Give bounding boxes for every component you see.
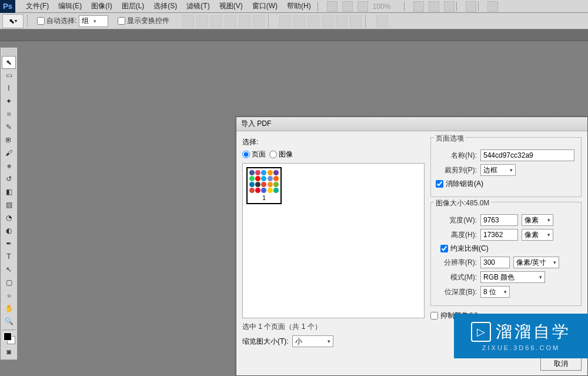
height-unit-dropdown[interactable]: 像素 [522,229,553,241]
align-hcenter-icon [239,15,250,27]
quick-mask-toggle[interactable]: ◙ [2,345,16,358]
color-swatches[interactable] [4,332,14,343]
radio-image-label: 图像 [279,149,293,159]
dialog-titlebar[interactable]: 导入 PDF [236,117,587,131]
crop-dropdown[interactable]: 边框 [480,164,516,176]
radio-image[interactable]: 图像 [269,149,293,159]
extras-icon[interactable] [487,1,498,12]
options-bar: ⬉▾ 自动选择: 组 显示变换控件 [0,13,588,29]
workspace-switcher-icon[interactable] [466,1,476,12]
depth-dropdown[interactable]: 8 位 [480,286,510,298]
select-legend: 选择: [242,138,258,146]
toolbox-grip[interactable] [2,49,16,55]
width-input[interactable] [480,214,518,226]
hand-tool[interactable]: ✋ [2,302,16,315]
gradient-tool[interactable]: ▤ [2,198,16,211]
name-label: 名称(N): [436,151,477,161]
watermark-banner: ▷ 溜溜自学 ZIXUE.3D66.COM [454,314,588,358]
screen-mode-icon[interactable] [358,1,368,12]
auto-select-checkbox[interactable] [37,17,45,25]
pen-tool[interactable]: ✒ [2,237,16,250]
lasso-tool[interactable]: ⌇ [2,82,16,95]
antialias-checkbox[interactable] [436,180,443,188]
healing-brush-tool[interactable]: ⛨ [2,134,16,147]
dodge-tool[interactable]: ◐ [2,224,16,237]
divider [318,2,318,11]
marquee-tool[interactable]: ▭ [2,69,16,82]
divider [478,2,479,11]
move-tool[interactable]: ⬉ [2,56,16,69]
divider [2,330,16,330]
brush-tool[interactable]: 🖌 [2,147,16,159]
dialog-title: 导入 PDF [241,119,271,129]
image-size-legend: 图像大小:485.0M [434,198,491,208]
menu-layer[interactable]: 图层(L) [117,1,149,11]
divider [268,15,269,28]
menu-select[interactable]: 选择(S) [149,1,182,11]
watermark-text: 溜溜自学 [496,321,571,343]
distribute-hcenter-icon [336,15,348,27]
hand-tool-icon[interactable] [413,1,424,12]
arrange-documents-icon[interactable] [342,1,353,12]
radio-page[interactable]: 页面 [242,149,266,159]
radio-image-input[interactable] [269,151,277,158]
mode-dropdown[interactable]: RGB 颜色 [480,271,545,283]
align-top-icon [182,15,194,27]
foreground-color-swatch[interactable] [4,332,12,341]
path-selection-tool[interactable]: ↖ [2,263,16,276]
height-label: 高度(H): [436,230,477,240]
eyedropper-tool[interactable]: ✎ [2,121,16,134]
toolbox: ⬉ ▭ ⌇ ✦ ⌗ ✎ ⛨ 🖌 ⎈ ↺ ◧ ▤ ◔ ◐ ✒ T ↖ ▢ ⟐ ✋ … [0,47,18,360]
zoom-tool[interactable]: 🔍 [2,315,16,328]
watermark-url: ZIXUE.3D66.COM [482,344,560,351]
menu-image[interactable]: 图像(I) [86,1,116,11]
rotate-view-icon[interactable] [444,1,455,12]
page-preview-list[interactable]: 1 [242,163,425,318]
page-thumbnail[interactable]: 1 [246,167,282,204]
menu-window[interactable]: 窗口(W) [248,1,282,11]
crop-tool[interactable]: ⌗ [2,108,16,121]
menu-filter[interactable]: 滤镜(T) [182,1,214,11]
menu-help[interactable]: 帮助(H) [282,1,316,11]
clone-stamp-tool[interactable]: ⎈ [2,159,16,172]
thumbnail-number: 1 [249,194,279,201]
magic-wand-tool[interactable]: ✦ [2,95,16,108]
shape-tool[interactable]: ▢ [2,276,16,289]
launch-bridge-icon[interactable] [327,1,338,12]
constrain-checkbox[interactable] [440,245,448,252]
thumb-size-dropdown[interactable]: 小 [292,335,333,347]
page-options-legend: 页面选项 [434,134,466,144]
show-transform-label: 显示变换控件 [127,16,169,26]
radio-page-input[interactable] [242,151,250,158]
cancel-button[interactable]: 取消 [540,357,582,371]
eraser-tool[interactable]: ◧ [2,185,16,198]
mode-label: 模式(M): [436,272,477,282]
resolution-label: 分辨率(R): [436,258,477,268]
auto-select-dropdown[interactable]: 组 [79,15,108,27]
resolution-unit-dropdown[interactable]: 像素/英寸 [513,257,559,268]
width-unit-dropdown[interactable]: 像素 [522,214,553,226]
current-tool-preset[interactable]: ⬉▾ [2,14,24,28]
align-vcenter-icon [196,15,208,27]
crop-label: 裁剪到(P): [436,165,477,175]
blur-tool[interactable]: ◔ [2,211,16,224]
menu-view[interactable]: 视图(V) [215,1,248,11]
auto-select-label: 自动选择: [46,16,76,26]
show-transform-checkbox[interactable] [118,17,125,25]
distribute-vcenter-icon [293,15,305,27]
constrain-label: 约束比例(C) [450,244,489,254]
history-brush-tool[interactable]: ↺ [2,172,16,185]
align-bottom-icon [211,15,222,27]
resolution-input[interactable] [480,257,510,268]
name-input[interactable] [480,149,574,161]
suppress-warnings-checkbox[interactable] [430,312,438,320]
divider [27,15,28,28]
distribute-bottom-icon [308,15,319,27]
divider [404,2,405,11]
zoom-tool-icon[interactable] [429,1,439,12]
menu-file[interactable]: 文件(F) [21,1,54,11]
menu-edit[interactable]: 编辑(E) [54,1,86,11]
height-input[interactable] [480,229,518,241]
type-tool[interactable]: T [2,250,16,263]
3d-tool[interactable]: ⟐ [2,289,16,302]
